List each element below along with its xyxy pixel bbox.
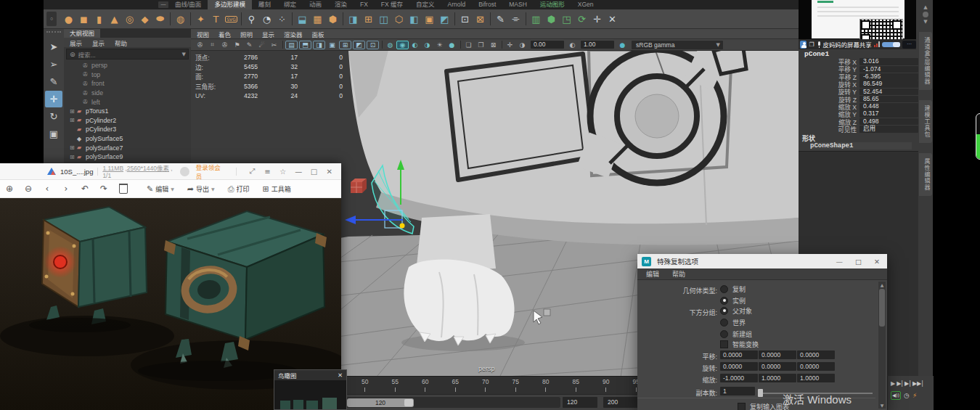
paint-select-tool[interactable]: ✎ [45,73,62,90]
outliner-item[interactable]: ✇ front [64,79,191,89]
bridge-icon[interactable]: ◧ [407,11,422,27]
bookmark-icon[interactable]: ⚑ [231,41,243,49]
maximize-button[interactable]: □ [309,168,318,176]
separator[interactable] [452,11,457,27]
go-to-end-button[interactable]: ▶▶| [912,380,923,387]
channel-value-field[interactable]: -1.074 [859,66,918,73]
separator[interactable] [188,11,193,27]
use-all-lights-icon[interactable]: ▣ [326,41,338,49]
edit-button[interactable]: ✎编辑▼ [147,184,174,194]
pencil-icon[interactable]: ✎ [243,41,256,49]
reset-transform-icon[interactable]: ◔ [259,11,274,27]
play-button[interactable]: ▶ [891,380,895,387]
radio-option[interactable]: 实例 [720,296,746,305]
checkbox-icon[interactable] [738,403,746,410]
shelf-collapse-button[interactable]: — [158,1,168,8]
radio-icon[interactable] [720,297,728,305]
shelf-tab[interactable]: Arnold [441,0,473,9]
edge-flow-icon[interactable]: ◫ [376,11,391,27]
poly-cone-icon[interactable]: ▲ [107,11,122,27]
checkbox-icon[interactable] [720,340,728,348]
smart-transform-checkbox[interactable]: 智能变换 [720,340,759,348]
window-icon[interactable]: ❐ [809,41,814,48]
value-field[interactable]: 0.0000 [759,350,796,359]
exposure-icon[interactable]: ◑ [516,41,528,49]
poly-disc-icon[interactable]: ⬬ [152,11,168,27]
outliner-item[interactable]: ⊞ ▰ pCylinder2 [64,116,191,126]
uv-orient-icon[interactable]: ⟳ [574,11,589,27]
lighting-icon[interactable]: ☀ [433,41,446,49]
poly-sphere-icon[interactable]: ● [61,11,76,27]
value-field[interactable]: 0.0000 [720,362,758,371]
separator[interactable] [340,11,346,27]
radio-option[interactable]: 新建组 [720,329,752,338]
uv-layout-icon[interactable]: ◳ [559,11,574,27]
radio-icon[interactable] [720,285,728,293]
viewport-menu-item[interactable]: 照明 [240,30,253,38]
select-tool[interactable]: ➤ [45,38,62,55]
isolate-select-icon[interactable]: ◐ [409,41,421,49]
image-plane-icon[interactable]: ☄ [256,41,268,49]
shelf-scroll-button[interactable]: ○ [46,12,57,26]
xray-icon[interactable]: ◍ [384,41,396,49]
gamma-icon[interactable]: ◐ [566,41,579,49]
rotate-right-icon[interactable]: ↷ [94,184,113,194]
screen-share-video-preview[interactable] [799,0,916,40]
shelf-tab[interactable]: MASH [502,0,534,9]
channel-value-field[interactable]: 52.454 [859,89,918,96]
lasso-select-tool[interactable]: ➢ [45,56,62,73]
multi-cut-icon[interactable]: ⊡ [457,11,473,27]
delete-history-icon[interactable]: ✕ [605,11,620,27]
channel-value-field[interactable]: 启用 [859,126,918,133]
print-button[interactable]: ⎙打印 [228,184,250,194]
platonic-solid-icon[interactable]: ◍ [173,11,188,27]
uv-unfold-icon[interactable]: ⬢ [544,11,559,27]
outliner-menu-item[interactable]: 显示 [92,38,105,47]
channel-value-field[interactable]: 0.498 [859,118,918,126]
screen-ao-icon[interactable]: ◩ [353,41,365,49]
value-field[interactable]: 1.0000 [759,374,796,382]
channel-value-field[interactable]: 3.016 [859,58,918,65]
separator[interactable] [168,11,173,27]
outliner-item[interactable]: ▰ pCylinder3 [64,125,191,134]
separator[interactable] [239,11,244,27]
minimize-button[interactable]: — [294,168,303,176]
field-chart-icon[interactable]: ◑ [421,41,433,49]
login-vip-link[interactable]: 登录领会员 [196,163,225,180]
viewer-title-bar[interactable]: 10S_....jpg 1.11MB ,2560*1440像素 , 1/1 登录… [0,163,341,180]
sculpt-tool-icon[interactable]: ⚲ [244,11,259,27]
maximize-button[interactable]: □ [855,258,862,266]
toolbox-button[interactable]: ⊞工具箱 [263,184,291,194]
share-progress-bar[interactable] [882,42,901,47]
poly-plane-icon[interactable]: ◆ [137,11,152,27]
outliner-menu-item[interactable]: 帮助 [115,38,127,47]
expand-icon[interactable]: ⊞ [70,154,77,160]
viewport-menu-item[interactable]: 面板 [312,30,324,38]
close-icon[interactable]: ✕ [338,372,343,379]
channel-value-field[interactable]: 86.549 [859,81,918,88]
value-field[interactable]: 1.0000 [797,374,835,382]
shelf-tab[interactable]: FX 缓存 [375,0,409,9]
animation-end-field[interactable]: 200 [603,397,638,408]
2d-pan-zoom-icon[interactable]: ✂ [268,41,280,49]
gate-mask-icon[interactable]: ❐ [475,41,487,49]
outliner-item[interactable]: ✇ top [64,70,191,80]
separator[interactable] [523,11,528,27]
channel-label[interactable]: 可见性 [799,125,857,134]
delete-icon[interactable] [119,184,128,194]
dialog-title-bar[interactable]: M 特殊复制选项 — □ ✕ [637,254,887,268]
super-shape-icon[interactable]: ✦ [193,11,208,27]
shelf-tab[interactable]: 自定义 [409,0,441,9]
viewport-menu-item[interactable]: 渲染器 [284,30,303,38]
viewport-menu-item[interactable]: 视图 [197,30,209,38]
radio-icon[interactable] [720,307,728,315]
crease-tool-icon[interactable]: ✎ [493,11,508,27]
shape-node-name[interactable]: pConeShape1 [810,142,912,149]
zero-pivot-icon[interactable]: ⁘ [274,11,290,27]
outliner-item[interactable]: ✇ side [64,89,191,98]
value-field[interactable]: 0.0000 [759,362,796,371]
outliner-item[interactable]: ✇ persp [64,61,191,70]
expand-icon[interactable]: ⊞ [70,144,77,151]
range-slider-bar[interactable]: 120 [347,398,414,407]
dock-scroll-arrows[interactable]: ▲▼ [920,4,931,25]
